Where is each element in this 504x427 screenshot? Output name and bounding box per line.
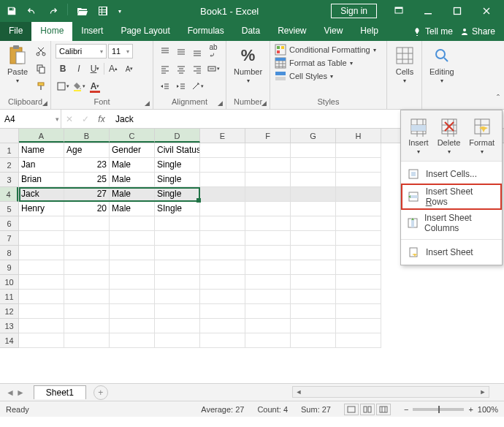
- cell[interactable]: [155, 290, 200, 304]
- cell[interactable]: 27: [64, 187, 110, 202]
- cell[interactable]: [336, 173, 381, 187]
- fx-icon[interactable]: fx: [93, 114, 110, 124]
- cell[interactable]: [245, 260, 291, 275]
- cell[interactable]: [200, 333, 245, 348]
- signin-button[interactable]: Sign in: [331, 4, 377, 18]
- cell[interactable]: [64, 304, 110, 319]
- cancel-formula-icon[interactable]: ✕: [61, 114, 77, 124]
- tab-page-layout[interactable]: Page Layout: [112, 22, 178, 41]
- editing-button[interactable]: Editing▾: [427, 44, 457, 86]
- cell[interactable]: [200, 304, 245, 319]
- cell[interactable]: [19, 275, 64, 290]
- underline-button[interactable]: U▾: [88, 61, 102, 76]
- format-painter-icon[interactable]: [34, 79, 48, 94]
- borders-icon[interactable]: ▾: [56, 79, 70, 94]
- cell[interactable]: Single: [155, 158, 200, 173]
- format-as-table-button[interactable]: Format as Table▾: [275, 57, 376, 69]
- cell[interactable]: [19, 319, 64, 333]
- cell[interactable]: [200, 246, 245, 260]
- menu-insert-sheet-columns[interactable]: Insert Sheet Columns: [401, 210, 502, 236]
- row-header[interactable]: 5: [0, 202, 18, 216]
- sheet-nav-next-icon[interactable]: ►: [16, 388, 25, 398]
- cell[interactable]: [291, 304, 336, 319]
- cell[interactable]: Henry: [19, 202, 64, 216]
- cell[interactable]: [64, 231, 110, 246]
- cell[interactable]: [200, 275, 245, 290]
- row-header[interactable]: 11: [0, 290, 18, 304]
- row-header[interactable]: 13: [0, 319, 18, 333]
- menu-insert-sheet[interactable]: Insert Sheet: [401, 243, 502, 262]
- cell[interactable]: [245, 202, 291, 216]
- redo-icon[interactable]: [45, 4, 60, 18]
- cell[interactable]: Single: [155, 173, 200, 187]
- row-header[interactable]: 7: [0, 231, 18, 246]
- orientation-icon[interactable]: ▾: [190, 79, 205, 94]
- cell[interactable]: [336, 143, 381, 158]
- cell[interactable]: [200, 187, 245, 202]
- maximize-icon[interactable]: [444, 1, 470, 21]
- font-launcher-icon[interactable]: ◢: [142, 99, 151, 107]
- alignment-launcher-icon[interactable]: ◢: [215, 99, 224, 107]
- cell[interactable]: [336, 290, 381, 304]
- enter-formula-icon[interactable]: ✓: [77, 114, 93, 124]
- tell-me-button[interactable]: Tell me: [413, 26, 453, 37]
- qa-dropdown-icon[interactable]: ▾: [116, 4, 123, 18]
- cell[interactable]: [245, 333, 291, 348]
- cell[interactable]: [64, 216, 110, 231]
- conditional-formatting-button[interactable]: Conditional Formatting▾: [275, 44, 376, 56]
- cell[interactable]: [336, 304, 381, 319]
- zoom-slider[interactable]: [413, 408, 464, 411]
- select-all-corner[interactable]: [0, 129, 19, 143]
- cell[interactable]: [155, 231, 200, 246]
- cell[interactable]: [155, 333, 200, 348]
- cell[interactable]: [336, 187, 381, 202]
- paste-button[interactable]: Paste▾: [4, 44, 31, 86]
- cell[interactable]: [291, 275, 336, 290]
- cell[interactable]: [336, 231, 381, 246]
- fill-color-icon[interactable]: ▾: [72, 79, 86, 94]
- page-layout-view-icon[interactable]: [360, 404, 375, 415]
- scroll-right-icon[interactable]: ►: [477, 388, 489, 396]
- normal-view-icon[interactable]: [344, 404, 359, 415]
- cells-button[interactable]: Cells▾: [392, 44, 418, 86]
- page-break-view-icon[interactable]: [376, 404, 391, 415]
- align-left-icon[interactable]: [158, 61, 172, 76]
- cell[interactable]: [200, 202, 245, 216]
- italic-button[interactable]: I: [72, 61, 86, 76]
- number-launcher-icon[interactable]: ◢: [259, 99, 268, 107]
- cell[interactable]: Male: [110, 202, 155, 216]
- cell[interactable]: [245, 143, 291, 158]
- cell[interactable]: [291, 158, 336, 173]
- cell[interactable]: [245, 290, 291, 304]
- column-header[interactable]: G: [291, 129, 336, 143]
- tab-file[interactable]: File: [0, 22, 31, 41]
- cell[interactable]: [291, 202, 336, 216]
- cell[interactable]: [336, 246, 381, 260]
- cell[interactable]: [336, 260, 381, 275]
- cell[interactable]: [336, 319, 381, 333]
- cell[interactable]: [110, 260, 155, 275]
- cell[interactable]: [336, 333, 381, 348]
- cell[interactable]: Male: [110, 158, 155, 173]
- minimize-icon[interactable]: [415, 1, 441, 21]
- insert-split-button[interactable]: Insert▾: [405, 115, 432, 159]
- cell[interactable]: [291, 260, 336, 275]
- tab-data[interactable]: Data: [233, 22, 269, 41]
- cell[interactable]: [110, 290, 155, 304]
- bold-button[interactable]: B: [56, 61, 70, 76]
- sheet-tab[interactable]: Sheet1: [34, 385, 86, 399]
- clipboard-launcher-icon[interactable]: ◢: [40, 99, 49, 107]
- zoom-in-button[interactable]: +: [468, 405, 473, 414]
- row-header[interactable]: 2: [0, 158, 18, 173]
- cell[interactable]: [200, 319, 245, 333]
- cell[interactable]: [64, 290, 110, 304]
- close-icon[interactable]: [473, 1, 500, 21]
- cell[interactable]: [110, 319, 155, 333]
- cell[interactable]: [245, 187, 291, 202]
- row-header[interactable]: 1: [0, 143, 18, 158]
- cell[interactable]: [291, 333, 336, 348]
- column-header[interactable]: A: [19, 129, 64, 143]
- cell[interactable]: [110, 275, 155, 290]
- tab-insert[interactable]: Insert: [72, 22, 112, 41]
- column-header[interactable]: C: [110, 129, 155, 143]
